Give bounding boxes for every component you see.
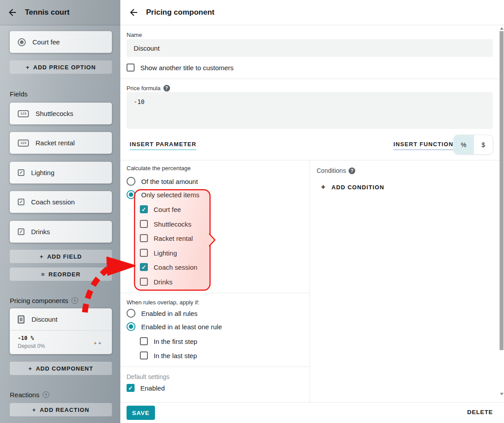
radio-icon[interactable] [127,177,135,186]
reorder-button[interactable]: ≡ REORDER [10,267,112,281]
divider [120,367,310,367]
checkbox-label: Lighting [154,249,177,257]
help-icon[interactable]: ? [349,168,355,174]
unit-percent-button[interactable]: % [454,135,473,154]
checkbox-last-step[interactable]: In the last step [140,351,197,359]
pricing-components-section-label: Pricing components ? [10,297,78,304]
radio-only-selected-items[interactable]: Only selected items [127,190,199,199]
unit-toggle-group: % $ [454,135,493,154]
panel-header: Pricing component [120,0,504,25]
item-checkbox-lighting[interactable]: Lighting [140,249,177,257]
field-label: Racket rental [36,139,75,147]
field-label: Shuttlecocks [36,110,73,117]
name-input[interactable]: Discount [127,39,493,57]
item-checkbox-court-fee[interactable]: Court fee [140,205,181,213]
radio-enabled-one-rule[interactable]: Enabled in at least one rule [127,322,222,331]
checkbox-label: In the first step [154,338,197,345]
add-reaction-button[interactable]: + ADD REACTION [10,403,112,416]
divider [120,402,504,403]
checkbox-icon[interactable] [140,205,148,213]
add-price-option-button[interactable]: + ADD PRICE OPTION [10,60,112,74]
sidebar-title: Tennis court [25,8,70,17]
radio-checked-icon [18,38,26,46]
show-another-title-row[interactable]: Show another title to customers [127,64,234,72]
scrollbar-thumb[interactable] [500,31,504,350]
checkbox-field-icon: ✓ [18,169,24,176]
item-checkbox-drinks[interactable]: Drinks [140,278,173,286]
unit-dollar-button[interactable]: $ [473,135,493,154]
radio-icon[interactable] [127,190,135,199]
conditions-label: Conditions ? [317,167,355,174]
checkbox-label: Enabled [140,384,165,392]
calculate-percentage-label: Calculate the percentage [127,165,191,172]
show-another-title-checkbox[interactable] [127,64,135,72]
checkbox-field-icon: ✓ [18,199,24,205]
add-field-button[interactable]: + ADD FIELD [10,250,112,263]
divider [120,293,310,293]
help-icon[interactable]: ? [43,391,49,398]
pricing-component-deposit: Deposit 0% [18,343,45,349]
price-formula-input[interactable]: -10 [127,92,493,129]
item-checkbox-shuttlecocks[interactable]: Shuttlecocks [140,220,191,228]
radio-enabled-all-rules[interactable]: Enabled in all rules [127,309,198,318]
radio-label: Enabled in all rules [141,310,198,317]
default-settings-label: Default settings [127,373,170,380]
page-title: Pricing component [146,8,214,17]
column-divider [310,160,310,402]
price-option-item-court-fee[interactable]: Court fee [10,31,112,53]
name-label: Name [127,32,142,38]
checkbox-field-icon: ✓ [18,228,24,235]
radio-icon[interactable] [127,309,135,318]
radio-icon[interactable] [127,322,135,331]
checkbox-label: Coach session [154,263,197,271]
checkbox-icon[interactable] [140,351,148,359]
add-component-button[interactable]: + ADD COMPONENT [10,362,112,375]
document-icon [18,315,24,323]
checkbox-icon[interactable] [140,278,148,286]
checkbox-icon[interactable] [140,263,148,271]
pricing-component-title: Discount [32,315,57,323]
add-condition-button[interactable]: + ADD CONDITION [321,183,384,191]
checkbox-icon[interactable] [140,220,148,228]
overlap-label: When rules overlap, apply if: [127,299,199,306]
field-item-racket-rental[interactable]: 123 Racket rental [10,132,112,154]
pricing-component-item-discount[interactable]: Discount -10 % Deposit 0% ++ [10,308,112,354]
checkbox-icon[interactable] [127,384,135,392]
price-option-label: Court fee [32,38,60,46]
checkbox-icon[interactable] [140,234,148,242]
help-icon[interactable]: ? [71,297,78,304]
back-arrow-icon[interactable] [7,7,18,18]
field-item-drinks[interactable]: ✓ Drinks [10,221,112,243]
field-label: Drinks [31,228,50,235]
save-button[interactable]: SAVE [127,406,155,420]
field-item-lighting[interactable]: ✓ Lighting [10,162,112,184]
pricing-component-header: Discount [10,308,112,331]
insert-function-button[interactable]: INSERT FUNCTION [393,141,453,150]
scrollbar-up-arrow[interactable] [500,27,504,30]
radio-of-total-amount[interactable]: Of the total amount [127,177,198,186]
checkbox-icon[interactable] [140,249,148,257]
plus-icon: + [28,365,32,372]
divider [120,79,504,79]
checkbox-enabled-row[interactable]: Enabled [127,384,165,392]
checkbox-first-step[interactable]: In the first step [140,337,197,345]
scrollbar-down-arrow[interactable] [500,393,504,395]
checkbox-icon[interactable] [140,337,148,345]
pricing-component-mini-icons: ++ [94,340,103,346]
item-checkbox-coach-session[interactable]: Coach session [140,263,197,271]
insert-parameter-button[interactable]: INSERT PARAMETER [130,141,196,150]
sidebar-panel: Tennis court Court fee + ADD PRICE OPTIO… [0,0,120,423]
plus-icon: + [40,253,44,260]
field-item-coach-session[interactable]: ✓ Coach session [10,191,112,213]
help-icon[interactable]: ? [163,85,170,92]
field-item-shuttlecocks[interactable]: 123 Shuttlecocks [10,103,112,124]
back-arrow-icon[interactable] [128,7,139,18]
delete-button[interactable]: DELETE [467,409,493,415]
pricing-component-formula: -10 % [18,335,34,341]
checkbox-label: Show another title to customers [140,64,234,72]
price-formula-label: Price formula ? [127,85,170,92]
plus-icon: + [321,183,325,191]
reactions-section-label: Reactions ? [10,391,49,399]
checkbox-label: In the last step [154,352,197,359]
item-checkbox-racket-rental[interactable]: Racket rental [140,234,193,242]
